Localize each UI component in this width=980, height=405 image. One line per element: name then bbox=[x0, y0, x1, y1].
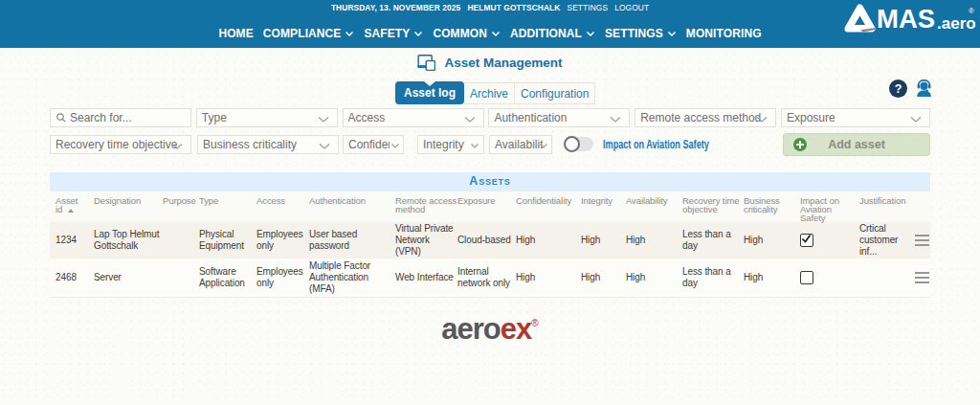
svg-text:?: ? bbox=[895, 82, 902, 96]
